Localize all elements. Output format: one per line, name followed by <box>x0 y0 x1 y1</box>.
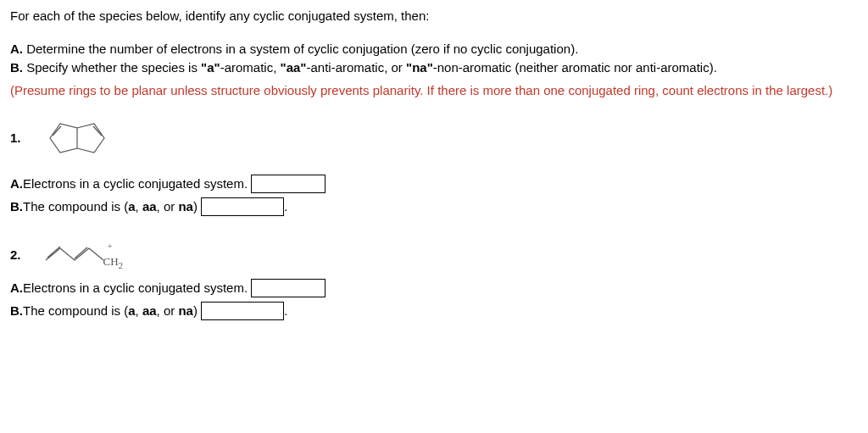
q1-number: 1. <box>10 129 21 148</box>
q2-b-sep1: , <box>136 303 142 318</box>
q2-b-period: . <box>284 303 287 318</box>
q1-a-label: A. <box>10 176 23 191</box>
q1-b-sep1: , <box>136 199 142 214</box>
option-a-text: Determine the number of electrons in a s… <box>23 42 578 56</box>
options-block: A. Determine the number of electrons in … <box>10 40 858 78</box>
q2-b-close: ) <box>193 303 198 318</box>
q1-aromaticity-input[interactable] <box>201 197 284 216</box>
q1-electrons-input[interactable] <box>251 175 326 193</box>
q2-b-label: B. <box>10 303 23 318</box>
hint-text: (Presume rings to be planar unless struc… <box>10 81 858 101</box>
q1-b-aa: aa <box>142 199 157 214</box>
option-b-text1: Specify whether the species is <box>23 60 201 75</box>
svg-line-2 <box>47 247 60 258</box>
option-b-aa-bold: "aa" <box>281 60 307 75</box>
q2-ch2-sub: 2 <box>119 260 124 270</box>
option-b-na-text: -non-aromatic (neither aromatic nor anti… <box>433 60 717 75</box>
option-b: B. Specify whether the species is "a"-ar… <box>10 58 858 78</box>
option-b-a-text: -aromatic, <box>220 60 281 75</box>
svg-text:+: + <box>108 241 113 251</box>
q2-b-a: a <box>128 303 135 318</box>
q2-b-na: na <box>178 303 193 318</box>
intro-text: For each of the species below, identify … <box>10 7 858 26</box>
option-b-na-bold: "na" <box>406 60 433 75</box>
q2-number: 2. <box>10 246 21 265</box>
q1-answer-a: A.Electrons in a cyclic conjugated syste… <box>10 175 858 194</box>
q2-aromaticity-input[interactable] <box>201 302 284 320</box>
question-1: 1. A.Electrons in a cyclic conjugated sy… <box>10 117 858 216</box>
svg-line-3 <box>75 247 87 258</box>
q2-a-label: A. <box>10 280 23 295</box>
q1-structure-icon <box>42 117 118 159</box>
q1-b-close: ) <box>193 199 198 214</box>
q2-ch2-text: CH <box>103 255 119 268</box>
q2-electrons-input[interactable] <box>251 279 326 297</box>
question-2: 2. + CH2 A.Electrons in a cyclic conjuga… <box>10 240 858 320</box>
q2-b-aa: aa <box>142 303 157 318</box>
q2-b-text1: The compound is ( <box>23 303 128 318</box>
q1-a-text: Electrons in a cyclic conjugated system. <box>23 176 248 191</box>
q2-answer-a: A.Electrons in a cyclic conjugated syste… <box>10 279 858 298</box>
option-b-aa-text: -anti-aromatic, or <box>306 60 406 75</box>
option-a-label: A. <box>10 42 23 56</box>
q1-b-text1: The compound is ( <box>23 199 128 214</box>
q1-answer-b: B.The compound is (a, aa, or na) . <box>10 197 858 217</box>
option-b-a-bold: "a" <box>201 60 220 75</box>
q2-answer-b: B.The compound is (a, aa, or na) . <box>10 302 858 321</box>
q2-header: 2. + CH2 <box>10 240 858 270</box>
q1-b-label: B. <box>10 199 23 214</box>
q2-a-text: Electrons in a cyclic conjugated system. <box>23 280 248 295</box>
q1-b-na: na <box>178 199 193 214</box>
q1-header: 1. <box>10 117 858 159</box>
q1-b-a: a <box>128 199 135 214</box>
q2-b-sep2: , or <box>157 303 179 318</box>
q1-b-period: . <box>284 199 287 214</box>
q2-structure-icon: + CH2 <box>42 240 143 270</box>
q1-b-sep2: , or <box>157 199 179 214</box>
option-a: A. Determine the number of electrons in … <box>10 40 858 59</box>
option-b-label: B. <box>10 60 23 75</box>
